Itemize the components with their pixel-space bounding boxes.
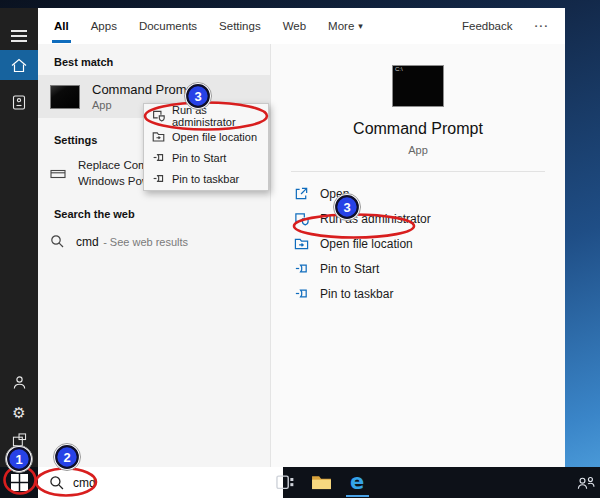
web-heading: Search the web	[38, 194, 270, 227]
run-as-admin-icon	[294, 211, 309, 226]
action-pin-to-taskbar-label: Pin to taskbar	[320, 287, 393, 301]
file-explorer-button[interactable]	[306, 467, 336, 498]
edge-active-indicator	[346, 495, 369, 497]
web-hint: - See web results	[103, 236, 188, 248]
web-query: cmd	[76, 235, 99, 249]
preview-text: C:\	[393, 66, 443, 73]
details-title: Command Prompt	[271, 120, 565, 138]
action-open[interactable]: Open	[294, 181, 565, 206]
menu-run-as-administrator[interactable]: Run as administrator	[144, 105, 268, 126]
best-match-title: Command Prompt	[92, 82, 197, 97]
tab-more[interactable]: More ▾	[328, 8, 363, 44]
menu-pin-to-taskbar-label: Pin to taskbar	[172, 173, 239, 185]
search-icon	[49, 475, 64, 490]
action-pin-to-taskbar[interactable]: Pin to taskbar	[294, 281, 565, 306]
menu-open-file-location[interactable]: Open file location	[144, 126, 268, 147]
command-prompt-preview: C:\	[392, 65, 444, 107]
search-icon	[50, 234, 64, 248]
search-filter-tabs: All Apps Documents Settings Web More ▾ F…	[38, 8, 565, 44]
user-icon[interactable]	[0, 368, 38, 396]
chevron-down-icon: ▾	[358, 21, 363, 31]
edge-browser-button[interactable]: e	[342, 467, 372, 498]
tab-all[interactable]: All	[54, 8, 69, 44]
pin-icon	[152, 151, 165, 164]
action-pin-to-start[interactable]: Pin to Start	[294, 256, 565, 281]
folder-location-icon	[152, 130, 165, 143]
desktop-background: ⚙ All Apps Documents Settings Web More ▾…	[0, 0, 600, 498]
tab-documents[interactable]: Documents	[139, 8, 197, 44]
task-view-icon	[275, 475, 295, 490]
action-pin-to-start-label: Pin to Start	[320, 262, 379, 276]
web-result[interactable]: cmd - See web results	[38, 227, 270, 255]
action-run-as-administrator-label: Run as administrator	[320, 212, 431, 226]
pin-icon	[294, 286, 309, 301]
more-label: More	[328, 20, 354, 32]
taskbar-search-value: cmd	[73, 476, 96, 490]
feedback-link[interactable]: Feedback	[462, 20, 513, 32]
menu-pin-to-start-label: Pin to Start	[172, 152, 226, 164]
menu-pin-to-taskbar[interactable]: Pin to taskbar	[144, 168, 268, 189]
best-match-heading: Best match	[38, 44, 270, 75]
start-button[interactable]	[0, 467, 38, 498]
file-explorer-icon	[311, 474, 332, 491]
open-icon	[294, 186, 309, 201]
menu-pin-to-start[interactable]: Pin to Start	[144, 147, 268, 168]
taskbar: cmd e	[0, 467, 600, 498]
tab-web[interactable]: Web	[283, 8, 306, 44]
edge-icon: e	[350, 472, 364, 493]
journal-icon[interactable]	[0, 88, 38, 116]
menu-run-as-administrator-label: Run as administrator	[172, 104, 260, 128]
task-view-button[interactable]	[270, 467, 300, 498]
search-window: ⚙ All Apps Documents Settings Web More ▾…	[0, 8, 565, 467]
details-pane: C:\ Command Prompt App Open	[270, 44, 565, 467]
hamburger-menu-icon[interactable]	[0, 22, 38, 50]
pin-icon	[294, 261, 309, 276]
people-icon	[575, 476, 597, 490]
context-menu: Run as administrator Open file location …	[143, 103, 269, 191]
details-subtitle: App	[271, 144, 565, 156]
tab-apps[interactable]: Apps	[91, 8, 117, 44]
folder-location-icon	[294, 236, 309, 251]
action-open-label: Open	[320, 187, 349, 201]
search-panel: All Apps Documents Settings Web More ▾ F…	[38, 8, 565, 467]
home-icon[interactable]	[0, 50, 38, 80]
search-sidebar: ⚙	[0, 8, 38, 467]
action-open-file-location[interactable]: Open file location	[294, 231, 565, 256]
pin-icon	[152, 172, 165, 185]
run-as-admin-icon	[152, 109, 165, 122]
action-open-file-location-label: Open file location	[320, 237, 413, 251]
people-button[interactable]	[572, 467, 600, 498]
window-settings-icon	[50, 167, 66, 181]
windows-logo-icon	[11, 474, 28, 491]
tab-settings[interactable]: Settings	[219, 8, 261, 44]
menu-open-file-location-label: Open file location	[172, 131, 257, 143]
action-run-as-administrator[interactable]: Run as administrator	[294, 206, 565, 231]
taskbar-search-box[interactable]: cmd	[38, 467, 283, 498]
command-prompt-icon	[50, 85, 80, 109]
settings-gear-icon[interactable]: ⚙	[0, 399, 38, 427]
overflow-menu-icon[interactable]: ···	[535, 20, 550, 32]
screenshot-icon[interactable]	[0, 426, 38, 454]
